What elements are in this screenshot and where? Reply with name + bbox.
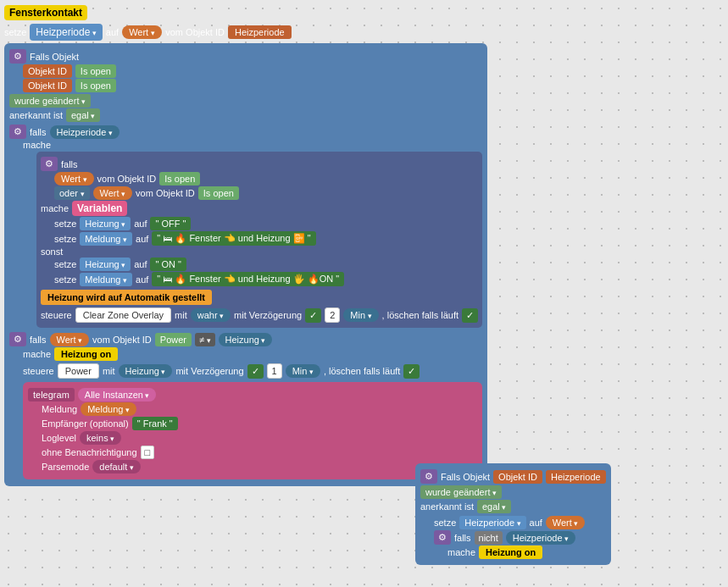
objekt-id-chip1[interactable]: Objekt ID [23, 64, 72, 78]
gear-icon3: ⚙ [41, 157, 58, 171]
inner-falls-row: ⚙ falls [41, 157, 478, 171]
wurde-row: wurde geändert [9, 94, 482, 108]
heizung-on-chip[interactable]: Heizung [80, 258, 131, 271]
inner-falls-block: ⚙ falls Wert vom Objekt ID Is open oder [36, 152, 482, 328]
auf-label4: auf [134, 259, 147, 269]
telegram-row: telegram Alle Instanzen [28, 388, 477, 401]
mache-label3: mache [23, 349, 51, 359]
zwei-chip[interactable]: 2 [325, 307, 340, 323]
sonst-label: sonst [41, 246, 63, 257]
heizperiode-falls-chip[interactable]: Heizperiode [50, 125, 119, 139]
min-chip1[interactable]: Min [343, 308, 378, 322]
nicht-chip: nicht [475, 531, 503, 545]
wert-chip: Wert ▾ [122, 25, 162, 39]
egal-right[interactable]: egal [477, 500, 511, 513]
setze-row: setze Heizperiode auf Wert ▾ vom Objekt … [4, 24, 487, 41]
wurde-right-row: wurde geändert [420, 485, 606, 499]
wert-row1: Wert vom Objekt ID Is open [54, 172, 478, 186]
objekt-id-row1: Objekt ID Is open [23, 64, 482, 78]
steuere-power-row: steuere Power mit Heizung mit Verzögerun… [23, 363, 482, 379]
empfaenger-label: Empfänger (optional) [42, 418, 129, 429]
is-open-val1[interactable]: Is open [159, 172, 200, 186]
on-chip: " ON " [150, 258, 186, 271]
automatik-chip: Heizung wird auf Automatik gestellt [41, 290, 212, 305]
falls-label: falls [30, 127, 47, 137]
heizung-on-badge1: Heizung on [54, 347, 118, 361]
title-badge: Fensterkontakt [4, 5, 87, 20]
objekt-id-right[interactable]: Objekt ID [493, 470, 542, 484]
fenster-text2-chip: " 🛏 🔥 Fenster 👈 und Heizung 🖐 🔥ON " [152, 272, 344, 286]
setze-meldung-row1: setze Meldung auf " 🛏 🔥 Fenster 👈 und He… [54, 231, 478, 246]
oder-chip[interactable]: oder [54, 186, 90, 200]
heizperiode-chip[interactable]: Heizperiode [30, 24, 103, 41]
alle-instanzen-chip[interactable]: Alle Instanzen [78, 388, 157, 401]
clear-zone-overlay-chip[interactable]: Clear Zone Overlay [75, 307, 171, 323]
check-box1[interactable]: ✓ [305, 308, 321, 323]
meldung-chip1[interactable]: Meldung [80, 232, 132, 246]
auf-label3: auf [136, 234, 148, 244]
keins-chip[interactable]: keins [80, 431, 121, 445]
loglevel-row: Loglevel keins [42, 431, 477, 445]
setze-heizung-label: setze [54, 219, 76, 229]
mit-label1: mit [175, 310, 187, 320]
emoji2: 🛏 🔥 Fenster 👈 und Heizung 🖐 🔥ON [163, 274, 333, 284]
mache-heizung-on-right: mache Heizung on [447, 545, 606, 559]
falls-objekt-panel: ⚙ Falls Objekt Objekt ID Is open Objekt … [4, 43, 487, 486]
heizung-val-chip[interactable]: Heizung [219, 333, 273, 346]
falls-label2: falls [61, 159, 78, 169]
wurde-geaendert-chip[interactable]: wurde geändert [9, 94, 91, 108]
mit-label2: mit [103, 366, 115, 376]
heizperiode-nicht-chip[interactable]: Heizperiode [506, 531, 575, 545]
wurde-geaendert-right[interactable]: wurde geändert [420, 485, 502, 499]
mit-verzoegerung-label2: mit Verzögerung [175, 366, 243, 376]
auf-label5: auf [136, 274, 148, 285]
heizperiode-id-chip[interactable]: Heizperiode [228, 25, 292, 39]
meldung-var-chip[interactable]: Meldung [81, 402, 136, 416]
default-chip[interactable]: default [92, 460, 141, 473]
ne-chip[interactable]: ≠ [195, 333, 215, 346]
wert-chip2[interactable]: Wert [93, 186, 133, 200]
oder-row: oder Wert vom Objekt ID Is open [54, 186, 478, 200]
check-box2[interactable]: ✓ [462, 308, 478, 323]
telegram-panel: telegram Alle Instanzen Meldung Meldung … [23, 382, 482, 479]
gear-icon2: ⚙ [9, 125, 26, 139]
is-open-val2[interactable]: Is open [198, 186, 239, 200]
min-chip2[interactable]: Min [286, 364, 320, 378]
ohne-checkbox[interactable]: □ [141, 446, 155, 459]
heizperiode-right[interactable]: Heizperiode [546, 470, 606, 484]
eins-chip[interactable]: 1 [267, 363, 282, 379]
empfaenger-row: Empfänger (optional) " Frank " [42, 417, 477, 430]
vom-label1: vom Objekt ID [97, 174, 157, 184]
wert-chip3[interactable]: Wert [50, 333, 90, 346]
check-box4[interactable]: ✓ [403, 364, 420, 379]
power-chip[interactable]: Power [155, 333, 192, 346]
setze-heizung-row: setze Heizung auf " OFF " [54, 217, 478, 230]
heizung-mit-chip[interactable]: Heizung [119, 364, 173, 378]
setze-heizung-on-row: setze Heizung auf " ON " [54, 258, 478, 271]
variablen-chip[interactable]: Variablen [72, 201, 127, 216]
main-container: Fensterkontakt setze Heizperiode auf Wer… [4, 4, 487, 488]
auf-label2: auf [134, 219, 147, 229]
gear-icon: ⚙ [9, 49, 26, 64]
frank-chip[interactable]: " Frank " [132, 417, 178, 430]
heizung-chip[interactable]: Heizung [80, 217, 131, 230]
wahr-chip[interactable]: wahr [191, 308, 231, 322]
right-falls-objekt-row: ⚙ Falls Objekt Objekt ID Heizperiode [420, 469, 606, 484]
steuere-label: steuere [41, 310, 72, 320]
egal-chip[interactable]: egal [66, 108, 100, 122]
objekt-id-chip2[interactable]: Objekt ID [23, 79, 72, 92]
heizperiode-setze-right[interactable]: Heizperiode [459, 516, 525, 529]
is-open-chip2[interactable]: Is open [75, 79, 116, 92]
meldung-chip2[interactable]: Meldung [80, 273, 132, 286]
wert-chip1[interactable]: Wert [54, 172, 94, 186]
falls-heizperiode-row: ⚙ falls Heizperiode [9, 125, 482, 139]
ohne-label: ohne Benachrichtigung [42, 447, 137, 457]
steuere-label2: steuere [23, 366, 54, 376]
wert-right[interactable]: Wert [546, 516, 586, 529]
check-box3[interactable]: ✓ [247, 364, 264, 379]
falls-objekt-label2: Falls Objekt [441, 472, 490, 482]
fenster-text1-chip: " 🛏 🔥 Fenster 👈 und Heizung 📴 " [152, 231, 315, 246]
power-white-chip[interactable]: Power [58, 363, 99, 379]
heizung-on-badge2: Heizung on [479, 545, 542, 559]
is-open-chip1[interactable]: Is open [75, 64, 116, 78]
